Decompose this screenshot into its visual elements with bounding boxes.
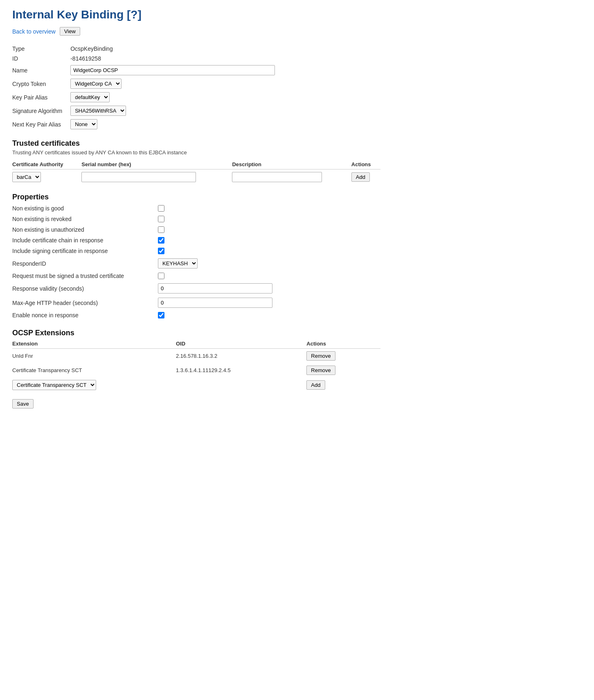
prop-include-signing-cert-checkbox[interactable] xyxy=(158,248,164,254)
basic-fields-table: Type OcspKeyBinding ID -814619258 Name C… xyxy=(12,44,277,131)
prop-non-existing-revoked-checkbox[interactable] xyxy=(158,216,164,222)
ocsp-col-actions-header: Actions xyxy=(306,339,380,349)
type-row: Type OcspKeyBinding xyxy=(12,44,277,54)
ocsp-extensions-title: OCSP Extensions xyxy=(12,329,582,337)
type-label: Type xyxy=(12,44,70,54)
ocsp-col-extension-header: Extension xyxy=(12,339,176,349)
prop-request-signed-label: Request must be signed a trusted certifi… xyxy=(12,273,151,279)
prop-max-age-header-label: Max-Age HTTP header (seconds) xyxy=(12,300,151,306)
prop-non-existing-revoked-label: Non existing is revoked xyxy=(12,216,151,222)
ocsp-ext-add-select-cell: Certificate Transparency SCT xyxy=(12,377,306,393)
prop-response-validity: Response validity (seconds) xyxy=(12,281,582,296)
crypto-token-cell: WidgetCorp CA xyxy=(70,77,277,90)
trusted-certs-desc: Trusting ANY certificates issued by ANY … xyxy=(12,149,582,156)
key-pair-alias-cell: defaultKey xyxy=(70,90,277,104)
prop-response-validity-label: Response validity (seconds) xyxy=(12,285,151,292)
prop-include-cert-chain-label: Include certificate chain in response xyxy=(12,237,151,244)
name-row: Name xyxy=(12,63,277,77)
back-row: Back to overview View xyxy=(12,27,582,36)
key-pair-alias-select[interactable]: defaultKey xyxy=(70,92,110,102)
prop-non-existing-good: Non existing is good xyxy=(12,203,582,214)
prop-enable-nonce-label: Enable nonce in response xyxy=(12,312,151,318)
ocsp-extensions-table: Extension OID Actions UnId Fnr 2.16.578.… xyxy=(12,339,380,393)
signature-algorithm-row: Signature Algorithm SHA256WithRSA SHA1Wi… xyxy=(12,104,277,117)
ocsp-extensions-header-row: Extension OID Actions xyxy=(12,339,380,349)
prop-request-signed-checkbox[interactable] xyxy=(158,273,164,279)
trusted-certs-title: Trusted certificates xyxy=(12,139,582,148)
serial-number-input[interactable] xyxy=(81,172,196,182)
prop-responder-id: ResponderID KEYHASH NAME xyxy=(12,256,582,271)
col-actions-header: Actions xyxy=(351,160,380,169)
ocsp-ext-ct-sct-oid: 1.3.6.1.4.1.11129.2.4.5 xyxy=(176,363,306,377)
next-key-pair-alias-select[interactable]: None xyxy=(70,119,97,129)
name-input[interactable] xyxy=(70,65,275,75)
prop-include-signing-cert-label: Include signing certificate in response xyxy=(12,248,151,254)
description-input[interactable] xyxy=(232,172,322,182)
prop-non-existing-good-label: Non existing is good xyxy=(12,205,151,212)
crypto-token-row: Crypto Token WidgetCorp CA xyxy=(12,77,277,90)
prop-non-existing-good-checkbox[interactable] xyxy=(158,205,164,212)
crypto-token-label: Crypto Token xyxy=(12,77,70,90)
response-validity-input[interactable] xyxy=(158,283,272,294)
prop-include-cert-chain-checkbox[interactable] xyxy=(158,237,164,244)
id-label: ID xyxy=(12,54,70,63)
id-value: -814619258 xyxy=(70,54,277,63)
ocsp-ext-unid-remove-button[interactable]: Remove xyxy=(306,351,335,361)
id-row: ID -814619258 xyxy=(12,54,277,63)
ocsp-ext-unid-oid: 2.16.578.1.16.3.2 xyxy=(176,349,306,364)
page-title: Internal Key Binding [?] xyxy=(12,8,582,21)
description-cell xyxy=(232,169,351,185)
ocsp-ext-row-unid: UnId Fnr 2.16.578.1.16.3.2 Remove xyxy=(12,349,380,364)
next-key-pair-alias-cell: None xyxy=(70,117,277,131)
trusted-cert-add-button[interactable]: Add xyxy=(351,172,370,182)
ocsp-ext-add-action-cell: Add xyxy=(306,377,380,393)
prop-non-existing-unauthorized-label: Non existing is unauthorized xyxy=(12,226,151,233)
add-action-cell: Add xyxy=(351,169,380,185)
trusted-certs-header-row: Certificate Authority Serial number (hex… xyxy=(12,160,380,169)
prop-max-age-header: Max-Age HTTP header (seconds) xyxy=(12,296,582,310)
ocsp-ext-ct-sct-remove-button[interactable]: Remove xyxy=(306,366,335,375)
ocsp-ext-add-row: Certificate Transparency SCT Add xyxy=(12,377,380,393)
ocsp-ext-add-select[interactable]: Certificate Transparency SCT xyxy=(12,380,96,390)
ocsp-ext-row-ct-sct: Certificate Transparency SCT 1.3.6.1.4.1… xyxy=(12,363,380,377)
key-pair-alias-row: Key Pair Alias defaultKey xyxy=(12,90,277,104)
ocsp-ext-unid-name: UnId Fnr xyxy=(12,349,176,364)
properties-section: Non existing is good Non existing is rev… xyxy=(12,203,582,321)
prop-include-cert-chain: Include certificate chain in response xyxy=(12,235,582,246)
authority-select[interactable]: barCa xyxy=(12,172,41,182)
max-age-header-input[interactable] xyxy=(158,298,272,308)
save-button[interactable]: Save xyxy=(12,399,34,409)
view-button[interactable]: View xyxy=(60,27,80,36)
trusted-certs-table: Certificate Authority Serial number (hex… xyxy=(12,160,380,185)
authority-select-cell: barCa xyxy=(12,169,81,185)
prop-non-existing-unauthorized-checkbox[interactable] xyxy=(158,226,164,233)
prop-enable-nonce-checkbox[interactable] xyxy=(158,312,164,318)
ocsp-ext-unid-action: Remove xyxy=(306,349,380,364)
next-key-pair-alias-row: Next Key Pair Alias None xyxy=(12,117,277,131)
properties-title: Properties xyxy=(12,193,582,201)
prop-enable-nonce: Enable nonce in response xyxy=(12,310,582,321)
serial-number-cell xyxy=(81,169,232,185)
col-description-header: Description xyxy=(232,160,351,169)
signature-algorithm-cell: SHA256WithRSA SHA1WithRSA SHA384WithRSA … xyxy=(70,104,277,117)
prop-non-existing-unauthorized: Non existing is unauthorized xyxy=(12,224,582,235)
ocsp-ext-add-button[interactable]: Add xyxy=(306,380,325,390)
back-to-overview-link[interactable]: Back to overview xyxy=(12,28,56,35)
responder-id-select[interactable]: KEYHASH NAME xyxy=(158,258,198,269)
prop-non-existing-revoked: Non existing is revoked xyxy=(12,214,582,224)
name-field-cell xyxy=(70,63,277,77)
ocsp-ext-ct-sct-action: Remove xyxy=(306,363,380,377)
ocsp-col-oid-header: OID xyxy=(176,339,306,349)
ocsp-ext-ct-sct-name: Certificate Transparency SCT xyxy=(12,363,176,377)
col-authority-header: Certificate Authority xyxy=(12,160,81,169)
prop-responder-id-label: ResponderID xyxy=(12,260,151,267)
signature-algorithm-label: Signature Algorithm xyxy=(12,104,70,117)
crypto-token-select[interactable]: WidgetCorp CA xyxy=(70,79,122,89)
type-value: OcspKeyBinding xyxy=(70,44,277,54)
col-serial-header: Serial number (hex) xyxy=(81,160,232,169)
prop-request-signed: Request must be signed a trusted certifi… xyxy=(12,271,582,281)
name-label: Name xyxy=(12,63,70,77)
signature-algorithm-select[interactable]: SHA256WithRSA SHA1WithRSA SHA384WithRSA … xyxy=(70,106,126,116)
next-key-pair-alias-label: Next Key Pair Alias xyxy=(12,117,70,131)
trusted-certs-add-row: barCa Add xyxy=(12,169,380,185)
